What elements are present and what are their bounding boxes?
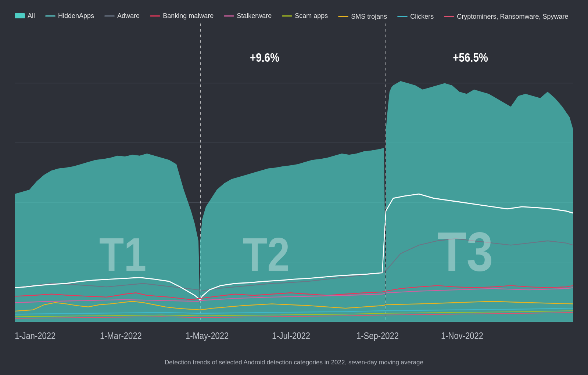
main-chart-svg: T1 T2 T3 +9.6% +56.5% 1-Jan-2022 1-Mar-2… xyxy=(15,24,573,356)
legend-hidden: HiddenApps xyxy=(45,12,94,20)
all-swatch xyxy=(15,13,25,18)
legend-row-1: All HiddenApps Adware Banking malware St… xyxy=(15,11,328,21)
chart-subtitle: Detection trends of selected Android det… xyxy=(7,356,581,368)
clickers-swatch xyxy=(397,16,408,17)
crypto-swatch xyxy=(444,16,454,17)
legend-adware: Adware xyxy=(104,12,140,20)
pct1-label: +9.6% xyxy=(250,51,279,64)
xaxis-nov: 1-Nov-2022 xyxy=(441,330,483,341)
xaxis-jul: 1-Jul-2022 xyxy=(272,330,310,341)
legend-all: All xyxy=(15,12,35,20)
legend: All HiddenApps Adware Banking malware St… xyxy=(7,8,581,21)
scam-swatch xyxy=(282,15,292,17)
banking-swatch xyxy=(150,15,160,17)
sms-swatch xyxy=(338,16,348,17)
legend-clickers-label: Clickers xyxy=(410,13,434,21)
all-area xyxy=(15,81,573,322)
legend-scam: Scam apps xyxy=(282,12,328,20)
adware-swatch xyxy=(104,15,115,17)
legend-crypto: Cryptominers, Ransomware, Spyware xyxy=(444,13,568,21)
legend-stalker-label: Stalkerware xyxy=(237,12,272,20)
chart-svg-area: T1 T2 T3 +9.6% +56.5% 1-Jan-2022 1-Mar-2… xyxy=(7,24,581,356)
legend-hidden-label: HiddenApps xyxy=(58,12,94,20)
hidden-swatch xyxy=(45,15,55,17)
legend-clickers: Clickers xyxy=(397,13,434,21)
t2-label: T2 xyxy=(243,228,290,280)
t3-label: T3 xyxy=(437,220,493,282)
legend-stalker: Stalkerware xyxy=(224,12,272,20)
xaxis-may: 1-May-2022 xyxy=(186,330,229,341)
chart-container: All HiddenApps Adware Banking malware St… xyxy=(7,8,581,368)
xaxis-mar: 1-Mar-2022 xyxy=(100,330,142,341)
legend-sms-label: SMS trojans xyxy=(351,13,387,21)
pct2-label: +56.5% xyxy=(453,51,488,64)
legend-crypto-label: Cryptominers, Ransomware, Spyware xyxy=(457,13,568,21)
legend-row-2: SMS trojans Clickers Cryptominers, Ranso… xyxy=(338,13,568,21)
legend-sms: SMS trojans xyxy=(338,13,387,21)
legend-banking-label: Banking malware xyxy=(163,12,214,20)
t1-label: T1 xyxy=(99,228,146,280)
legend-all-label: All xyxy=(28,12,35,20)
legend-banking: Banking malware xyxy=(150,12,214,20)
xaxis-jan: 1-Jan-2022 xyxy=(15,330,55,341)
stalker-swatch xyxy=(224,15,234,17)
legend-scam-label: Scam apps xyxy=(295,12,328,20)
legend-adware-label: Adware xyxy=(117,12,140,20)
xaxis-sep: 1-Sep-2022 xyxy=(356,330,399,341)
